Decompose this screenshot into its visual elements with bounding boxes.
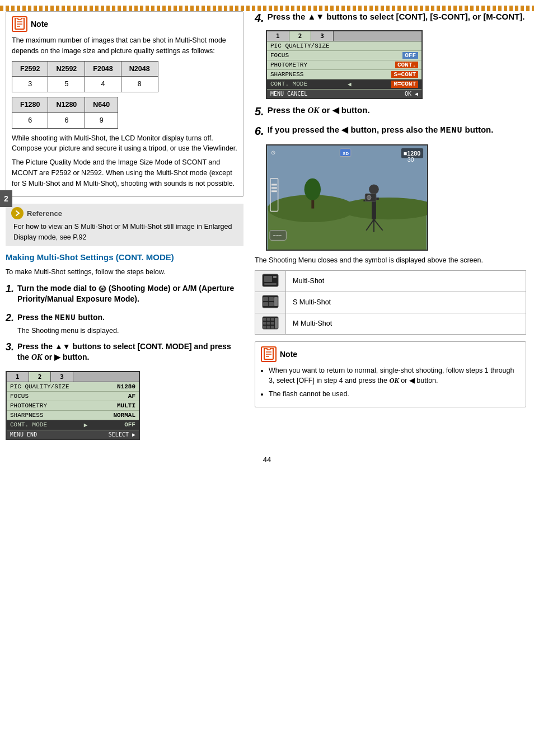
- icon-cell-multi: [255, 270, 286, 292]
- label-smulti: S Multi-Shot: [286, 292, 526, 313]
- lcd2-label-sharp: SHARPNESS: [270, 71, 303, 78]
- lcd-tabs-2: 1 2 3: [267, 31, 421, 41]
- note-title-2: Note: [280, 350, 297, 359]
- note2-item-2: The flash cannot be used.: [269, 389, 520, 400]
- lcd-bottom-right-1: SELECT ▶: [109, 431, 135, 438]
- step-2: 2. Press the MENU button. The Shooting m…: [6, 312, 243, 336]
- page-side-number: 2: [0, 190, 12, 207]
- svg-rect-51: [267, 322, 270, 325]
- lcd-label-focus: FOCUS: [10, 393, 29, 400]
- step-6-title: If you pressed the ◀ button, press also …: [268, 124, 526, 137]
- step-4-number: 4.: [255, 11, 264, 25]
- note-icon: [12, 16, 27, 32]
- note-text-3: The Picture Quality Mode and the Image S…: [12, 157, 237, 189]
- lcd2-bottom-right: OK ◀: [405, 91, 418, 97]
- lcd2-val-sharp: S=CONT: [391, 71, 418, 78]
- svg-rect-43: [263, 302, 268, 306]
- step-2-content: Press the MENU button. The Shooting menu…: [17, 312, 243, 336]
- table-val-6a: 6: [12, 112, 48, 128]
- svg-rect-29: [271, 184, 277, 185]
- svg-rect-49: [271, 318, 274, 321]
- step-5-title: Press the OK or ◀ button.: [268, 105, 526, 116]
- lcd2-val-photo: CONT.: [395, 62, 418, 68]
- section-heading: Making Multi-Shot Settings (CONT. MODE): [6, 252, 243, 263]
- lcd2-val-focus: OFF: [402, 52, 418, 59]
- icon-cell-mmulti: [255, 313, 286, 334]
- lcd-tab2-1: 1: [267, 31, 289, 41]
- note-body: The maximum number of images that can be…: [12, 35, 237, 189]
- step-6-content: If you pressed the ◀ button, press also …: [268, 124, 526, 139]
- lcd2-row-sharp: SHARPNESS S=CONT: [267, 70, 421, 79]
- ok-label-5: OK: [307, 106, 319, 115]
- svg-point-5: [13, 209, 22, 218]
- step-6-after-text: The Shooting Menu closes and the symbol …: [255, 255, 526, 266]
- reference-header: Reference: [11, 207, 238, 219]
- svg-rect-42: [269, 297, 274, 301]
- lcd-row-cont: CONT. MODE ▶ OFF: [7, 420, 139, 430]
- camera-viewfinder: SD ■1280 ~~~ ⊙ 30: [266, 144, 428, 251]
- svg-rect-37: [264, 276, 272, 282]
- note-box-top: Note The maximum number of images that c…: [6, 11, 243, 197]
- step-1-title: Turn the mode dial to Turn the mode dial…: [17, 283, 243, 304]
- svg-rect-50: [263, 322, 266, 325]
- step-5-number: 5.: [255, 105, 264, 118]
- lcd2-row-pq: PIC QUALITY/SIZE: [267, 41, 421, 51]
- svg-rect-39: [264, 283, 277, 285]
- svg-rect-38: [273, 276, 277, 278]
- menu-label-6: MENU: [440, 126, 462, 135]
- lcd2-label-cont: CONT. MODE: [270, 81, 307, 88]
- svg-rect-48: [267, 318, 270, 321]
- lcd-label-cont: CONT. MODE: [10, 421, 47, 429]
- lcd-bottom-1: MENU END SELECT ▶: [7, 430, 139, 439]
- table-header-f2592: F2592: [12, 61, 48, 77]
- s-multi-shot-icon: [262, 295, 279, 308]
- step-1: 1. Turn the mode dial to Turn the mode d…: [6, 283, 243, 307]
- svg-rect-4: [18, 18, 21, 20]
- lcd-tabs-1: 1 2 3: [7, 372, 139, 382]
- step-6-number: 6.: [255, 124, 264, 138]
- label-multi: Multi-Shot: [286, 270, 526, 292]
- svg-text:⊙: ⊙: [271, 149, 275, 155]
- m-multi-shot-icon: [262, 316, 279, 330]
- lcd-label-sharp: SHARPNESS: [10, 412, 43, 419]
- lcd-screen-2: 1 2 3 PIC QUALITY/SIZE FOCUS OFF PHOTOME…: [266, 30, 423, 99]
- svg-rect-8: [101, 285, 104, 287]
- note2-item-1: When you want to return to normal, singl…: [269, 365, 520, 387]
- step-2-number: 2.: [6, 312, 14, 325]
- svg-rect-56: [275, 318, 278, 328]
- step-2-title: Press the MENU button.: [17, 312, 243, 323]
- lcd-val-cont: OFF: [124, 421, 135, 429]
- left-column: Note The maximum number of images that c…: [6, 11, 252, 444]
- step-1-content: Turn the mode dial to Turn the mode dial…: [17, 283, 243, 307]
- lcd-tab-3: 3: [51, 372, 73, 382]
- note-text-1: The maximum number of images that can be…: [12, 35, 237, 57]
- note-table-1: F2592 N2592 F2048 N2048 3 5 4 8: [12, 61, 158, 93]
- svg-point-14: [369, 184, 379, 194]
- lcd2-val-cont: M=CONT: [391, 81, 418, 88]
- reference-icon: [11, 207, 24, 219]
- lcd2-label-photo: PHOTOMETRY: [270, 62, 307, 68]
- step-3-title: Press the ▲▼ buttons to select [CONT. MO…: [17, 341, 243, 363]
- lcd-val-focus: AF: [128, 393, 135, 400]
- lcd2-label-pq: PIC QUALITY/SIZE: [270, 43, 330, 49]
- ok-label-note: OK: [389, 377, 399, 384]
- note-header-2: Note: [261, 346, 520, 362]
- step-3-content: Press the ▲▼ buttons to select [CONT. MO…: [17, 341, 243, 365]
- step-4-content: Press the ▲▼ buttons to select [CONT], […: [268, 11, 526, 25]
- table-header-n640: N640: [85, 97, 118, 113]
- table-header-n2048: N2048: [121, 61, 158, 77]
- lcd2-label-focus: FOCUS: [270, 52, 289, 59]
- lcd-val-photo: MULTI: [117, 402, 135, 409]
- table-val-9: 9: [85, 112, 118, 128]
- page: 2 Note: [0, 0, 534, 756]
- table-val-6b: 6: [48, 112, 85, 128]
- multi-shot-icon: [262, 274, 279, 287]
- svg-rect-44: [269, 302, 274, 306]
- lcd-bottom-left-1: MENU END: [10, 431, 37, 438]
- svg-rect-45: [274, 297, 278, 306]
- svg-text:~~~: ~~~: [273, 233, 282, 238]
- viewfinder-svg: SD ■1280 ~~~ ⊙ 30: [267, 145, 427, 250]
- svg-rect-55: [271, 326, 274, 328]
- lcd2-bottom: MENU CANCEL OK ◀: [267, 90, 421, 98]
- table-val-5: 5: [48, 77, 85, 92]
